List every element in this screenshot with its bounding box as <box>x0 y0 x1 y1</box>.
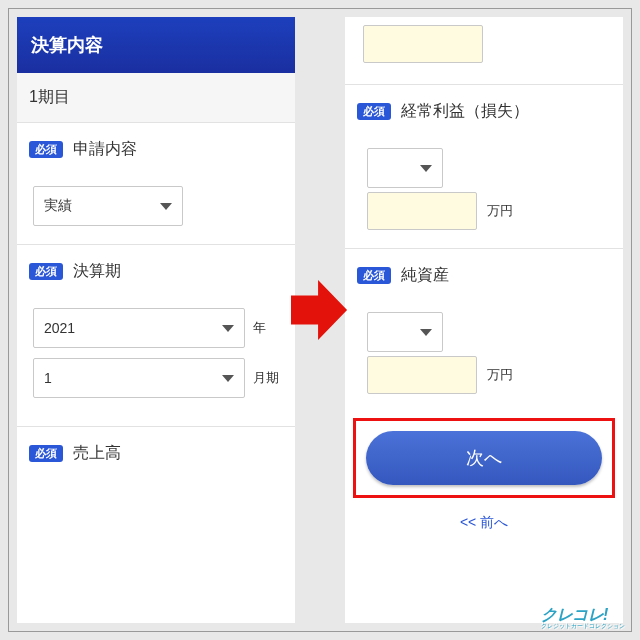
chevron-down-icon <box>222 325 234 332</box>
panel-header: 決算内容 <box>17 17 295 73</box>
next-button-highlight: 次へ <box>353 418 615 498</box>
next-button[interactable]: 次へ <box>366 431 602 485</box>
section-title-ordinary-profit: 経常利益（損失） <box>401 101 529 122</box>
section-ordinary-profit: 必須 経常利益（損失） 万円 <box>345 84 623 240</box>
section-fiscal: 必須 決算期 2021 年 1 月期 <box>17 244 295 426</box>
svg-marker-0 <box>291 280 347 340</box>
select-month-value: 1 <box>44 370 52 386</box>
section-title-application: 申請内容 <box>73 139 137 160</box>
select-month[interactable]: 1 <box>33 358 245 398</box>
period-label: 1期目 <box>29 88 70 105</box>
period-subheader: 1期目 <box>17 73 295 123</box>
required-badge: 必須 <box>357 267 391 284</box>
next-button-label: 次へ <box>466 446 502 470</box>
arrow-right-icon <box>291 277 349 343</box>
prev-link[interactable]: << 前へ <box>345 506 623 546</box>
section-title-net-assets: 純資産 <box>401 265 449 286</box>
outer-frame: 決算内容 1期目 必須 申請内容 実績 必須 決算期 <box>8 8 632 632</box>
panel-right: 必須 経常利益（損失） 万円 必須 純資産 <box>345 17 623 623</box>
chevron-down-icon <box>420 329 432 336</box>
section-application: 必須 申請内容 実績 <box>17 123 295 244</box>
amount-input-ordinary[interactable] <box>367 192 477 230</box>
select-application-value: 実績 <box>44 197 72 215</box>
select-ordinary-sign[interactable] <box>367 148 443 188</box>
prev-link-label: << 前へ <box>460 514 508 530</box>
month-suffix: 月期 <box>253 369 279 387</box>
section-sales: 必須 売上高 <box>17 426 295 512</box>
select-year-value: 2021 <box>44 320 75 336</box>
section-title-fiscal: 決算期 <box>73 261 121 282</box>
required-badge: 必須 <box>357 103 391 120</box>
netassets-unit: 万円 <box>487 366 513 384</box>
chevron-down-icon <box>420 165 432 172</box>
required-badge: 必須 <box>29 445 63 462</box>
panel-left: 決算内容 1期目 必須 申請内容 実績 必須 決算期 <box>17 17 295 623</box>
required-badge: 必須 <box>29 141 63 158</box>
chevron-down-icon <box>222 375 234 382</box>
amount-input-top[interactable] <box>363 25 483 63</box>
watermark-text: クレコレ! <box>541 606 608 623</box>
watermark: クレコレ! クレジットカードコレクション <box>541 607 625 629</box>
watermark-sub: クレジットカードコレクション <box>541 623 625 629</box>
select-application[interactable]: 実績 <box>33 186 183 226</box>
chevron-down-icon <box>160 203 172 210</box>
section-title-sales: 売上高 <box>73 443 121 464</box>
header-title: 決算内容 <box>31 35 103 55</box>
select-netassets-sign[interactable] <box>367 312 443 352</box>
ordinary-unit: 万円 <box>487 202 513 220</box>
year-suffix: 年 <box>253 319 279 337</box>
required-badge: 必須 <box>29 263 63 280</box>
select-year[interactable]: 2021 <box>33 308 245 348</box>
amount-input-netassets[interactable] <box>367 356 477 394</box>
section-net-assets: 必須 純資産 万円 <box>345 248 623 404</box>
